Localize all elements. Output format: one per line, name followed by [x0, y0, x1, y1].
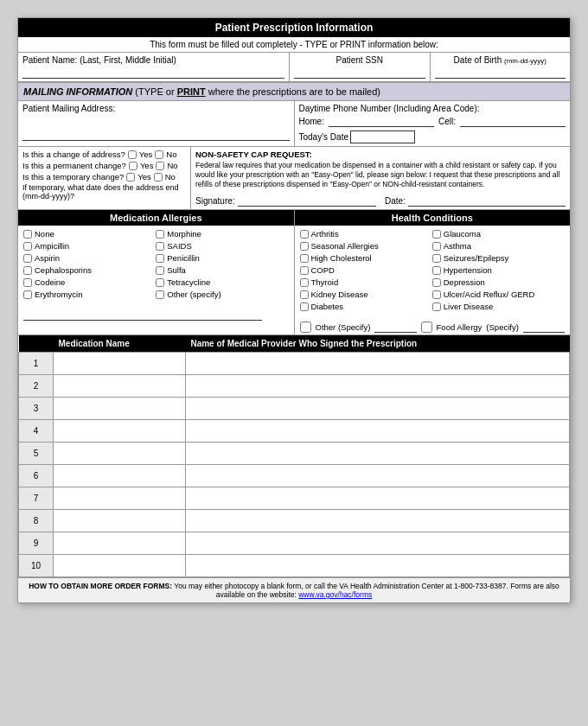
cond-thyroid-checkbox[interactable]: [300, 278, 309, 287]
permanent-no-label: No: [167, 161, 177, 170]
medication-name-cell[interactable]: [54, 555, 186, 577]
permanent-no-checkbox[interactable]: [156, 162, 164, 170]
medication-name-cell[interactable]: [54, 420, 186, 443]
allergy-morphine-checkbox[interactable]: [156, 230, 164, 239]
allergy-ampicillin: Ampicillin: [23, 241, 156, 251]
provider-name-cell[interactable]: [185, 398, 569, 420]
allergy-saids-checkbox[interactable]: [156, 242, 164, 251]
cond-kidney-disease-checkbox[interactable]: [300, 290, 309, 299]
allergy-erythromycin-checkbox[interactable]: [23, 290, 32, 299]
cell-phone-input[interactable]: [460, 115, 566, 127]
ssn-cell: Patient SSN: [290, 53, 431, 81]
medication-name-cell[interactable]: [54, 510, 186, 532]
allergy-ampicillin-checkbox[interactable]: [23, 242, 32, 251]
provider-name-cell[interactable]: [185, 465, 569, 487]
cond-seizures: Seizures/Epilepsy: [432, 253, 565, 263]
nonsafety-section: NON-SAFETY CAP REQUEST: Federal law requ…: [191, 147, 570, 209]
footer-link[interactable]: www.va.gov/hac/forms: [298, 590, 372, 599]
provider-name-cell[interactable]: [185, 532, 569, 555]
permanent-change-label: Is this a permanent change?: [22, 161, 126, 170]
allergy-cephalosporins-checkbox[interactable]: [23, 266, 32, 275]
nonsafety-text: Federal law requires that your medicatio…: [195, 161, 566, 189]
dob-cell: Date of Birth (mm-dd-yyyy): [431, 53, 571, 81]
provider-name-cell[interactable]: [185, 443, 569, 465]
cond-liver-disease: Liver Disease: [432, 302, 565, 311]
allergy-aspirin: Aspirin: [23, 253, 156, 263]
permanent-yes-checkbox[interactable]: [129, 162, 137, 170]
row-number: 3: [19, 398, 54, 420]
other-condition-checkbox[interactable]: [300, 322, 311, 333]
other-condition-input[interactable]: [374, 322, 416, 333]
patient-name-cell: Patient Name: (Last, First, Middle Initi…: [18, 53, 290, 81]
cond-depression-checkbox[interactable]: [432, 278, 441, 287]
provider-name-cell[interactable]: [185, 487, 569, 510]
temporary-yes-checkbox[interactable]: [126, 173, 135, 182]
cond-asthma-checkbox[interactable]: [432, 242, 441, 251]
sig-date-label: Date:: [385, 196, 406, 206]
signature-row: Signature: Date:: [195, 194, 566, 207]
allergy-none-checkbox[interactable]: [23, 230, 32, 239]
change-address-no-checkbox[interactable]: [155, 150, 163, 159]
food-allergy-checkbox[interactable]: [421, 322, 432, 333]
table-row: 7: [19, 487, 570, 510]
medication-name-cell[interactable]: [54, 375, 186, 398]
allergy-other-checkbox[interactable]: [156, 290, 164, 299]
home-phone-input[interactable]: [329, 115, 434, 127]
allergy-sulfa-checkbox[interactable]: [156, 266, 164, 275]
cond-ulcer-checkbox[interactable]: [432, 290, 441, 299]
cond-asthma: Asthma: [432, 241, 565, 251]
medication-name-cell[interactable]: [54, 532, 186, 555]
ssn-input[interactable]: [294, 67, 425, 79]
table-row: 8: [19, 510, 570, 532]
provider-name-cell[interactable]: [185, 353, 569, 375]
todays-date-input[interactable]: [350, 131, 415, 143]
temporary-no-checkbox[interactable]: [154, 173, 163, 182]
allergy-tetracycline-checkbox[interactable]: [156, 278, 164, 287]
allergy-penicillin-checkbox[interactable]: [156, 254, 164, 263]
cond-hypertension: Hypertension: [432, 265, 565, 275]
cond-kidney-disease: Kidney Disease: [300, 290, 432, 299]
signature-input[interactable]: [238, 194, 376, 207]
medication-name-cell[interactable]: [54, 353, 186, 375]
temporary-change-row: Is this a temporary change? Yes No: [22, 172, 186, 182]
provider-name-cell[interactable]: [185, 375, 569, 398]
patient-name-input[interactable]: [22, 67, 284, 79]
cond-glaucoma-checkbox[interactable]: [432, 230, 441, 239]
row-number: 2: [19, 375, 54, 398]
food-allergy-label: Food Allergy: [437, 322, 483, 332]
cond-liver-disease-checkbox[interactable]: [432, 302, 441, 311]
table-row: 6: [19, 465, 570, 487]
food-allergy-input[interactable]: [523, 322, 565, 333]
change-address-yes-checkbox[interactable]: [128, 150, 137, 159]
mailing-address-input[interactable]: [22, 115, 290, 141]
allergy-other-input[interactable]: [23, 310, 262, 321]
cond-hypertension-checkbox[interactable]: [432, 266, 441, 275]
medication-name-cell[interactable]: [54, 443, 186, 465]
allergy-cephalosporins: Cephalosporins: [23, 265, 156, 275]
cell-label: Cell:: [438, 117, 456, 126]
sig-date-input[interactable]: [408, 194, 566, 207]
temp-date-row: If temporary, what date does the address…: [22, 183, 186, 201]
allergy-codeine-checkbox[interactable]: [23, 278, 32, 287]
cond-seizures-checkbox[interactable]: [432, 254, 441, 263]
provider-name-cell[interactable]: [185, 420, 569, 443]
allergy-aspirin-checkbox[interactable]: [23, 254, 32, 263]
cond-diabetes-checkbox[interactable]: [300, 302, 309, 311]
cond-high-cholesterol-checkbox[interactable]: [300, 254, 309, 263]
cond-arthritis-checkbox[interactable]: [300, 230, 309, 239]
allergy-saids: SAIDS: [156, 241, 288, 251]
nonsafety-title: NON-SAFETY CAP REQUEST:: [195, 150, 566, 159]
cond-seasonal-allergies-checkbox[interactable]: [300, 242, 309, 251]
table-row: 2: [19, 375, 570, 398]
medication-name-cell[interactable]: [54, 398, 186, 420]
dob-input[interactable]: [435, 67, 566, 79]
medication-name-cell[interactable]: [54, 465, 186, 487]
footer-strong: HOW TO OBTAIN MORE ORDER FORMS:: [29, 582, 172, 590]
allergy-penicillin: Penicillin: [156, 253, 288, 263]
cond-copd-checkbox[interactable]: [300, 266, 309, 275]
provider-name-cell[interactable]: [185, 510, 569, 532]
temporary-no-label: No: [165, 172, 176, 182]
provider-name-cell[interactable]: [185, 555, 569, 577]
medication-name-cell[interactable]: [54, 487, 186, 510]
table-row: 1: [19, 353, 570, 375]
